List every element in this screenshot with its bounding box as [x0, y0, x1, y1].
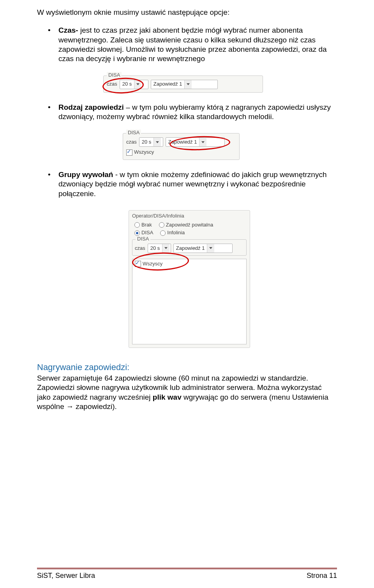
recording-paragraph: Serwer zapamiętuje 64 zapowiedzi słowne … [37, 374, 337, 411]
screenshot-2: DISA czas 20 s Zapowiedź 1 Wszyscy [123, 133, 240, 160]
czas-value-3: 20 s [148, 245, 162, 252]
bullet-rodzaj: Rodzaj zapowiedzi – w tym polu wybieramy… [37, 103, 337, 122]
wszyscy-label-2: Wszyscy [134, 149, 154, 156]
disa-legend-3: DISA [136, 236, 150, 242]
disa-row-2: czas 20 s Zapowiedź 1 [126, 137, 236, 147]
options-list: Czas- jest to czas przez jaki abonent bę… [37, 26, 337, 63]
screenshot-3-wrap: Operator/DISA/Infolinia Brak Zapowiedź p… [37, 210, 337, 348]
radio-disa-label: DISA [141, 230, 153, 236]
radio-row-1: Brak Zapowiedź powitalna [129, 221, 250, 229]
radio-icon [159, 222, 164, 228]
radio-zapowiedz-powitalna[interactable]: Zapowiedź powitalna [159, 222, 213, 228]
disa-legend-1: DISA [107, 72, 122, 79]
radio-icon [134, 230, 140, 236]
footer-rule [37, 568, 337, 569]
zapowiedz-value-2: Zapowiedź 1 [166, 139, 199, 146]
czas-combo-3[interactable]: 20 s [148, 244, 171, 253]
disa-legend-2: DISA [126, 130, 141, 136]
disa-row-1: czas 20 s Zapowiedź 1 [107, 80, 259, 89]
wszyscy-checkbox-row-3[interactable]: Wszyscy [135, 261, 162, 267]
recording-heading: Nagrywanie zapowiedzi: [37, 362, 337, 373]
footer: SiST, Serwer Libra Strona 11 [37, 571, 337, 580]
bullet-czas-text: jest to czas przez jaki abonent będzie m… [58, 26, 327, 63]
bullet-czas-lead: Czas- [58, 26, 78, 34]
footer-right: Strona 11 [307, 571, 337, 580]
bullet-rodzaj-lead: Rodzaj zapowiedzi [58, 103, 124, 111]
czas-combo-1[interactable]: 20 s [120, 80, 148, 89]
radio-brak-label: Brak [141, 222, 152, 228]
czas-combo-2[interactable]: 20 s [139, 137, 163, 147]
chevron-down-icon [153, 138, 161, 146]
chevron-down-icon [199, 138, 206, 146]
checkbox-icon [126, 149, 132, 156]
czas-value-1: 20 s [120, 81, 134, 88]
chevron-down-icon [134, 80, 141, 89]
wszyscy-checkbox-row-2[interactable]: Wszyscy [126, 149, 154, 156]
options-list-3: Grupy wywołań - w tym oknie możemy zdefi… [37, 170, 337, 198]
radio-brak[interactable]: Brak [134, 222, 152, 228]
zapowiedz-value-1: Zapowiedź 1 [151, 81, 185, 88]
groups-listbox[interactable]: Wszyscy [132, 259, 247, 344]
radio-icon [160, 230, 166, 236]
czas-label-3: czas [135, 245, 145, 252]
zapowiedz-combo-1[interactable]: Zapowiedź 1 [151, 80, 218, 89]
chevron-down-icon [162, 244, 169, 253]
radio-infolinia-label: Infolinia [167, 230, 185, 236]
czas-label-1: czas [107, 81, 117, 88]
zapowiedz-value-3: Zapowiedź 1 [174, 245, 207, 252]
disa-fieldset-3: DISA czas 20 s Zapowiedź 1 [132, 239, 247, 256]
screenshot-2-wrap: DISA czas 20 s Zapowiedź 1 Wszyscy [37, 133, 337, 160]
disa-fieldset-2: DISA czas 20 s Zapowiedź 1 Wszyscy [123, 133, 240, 160]
czas-value-2: 20 s [139, 139, 154, 146]
czas-label-2: czas [126, 139, 137, 146]
screenshot-1: DISA czas 20 s Zapowiedź 1 [103, 75, 263, 93]
bullet-grupy-lead: Grupy wywołań [58, 170, 113, 179]
intro-paragraph: W wyświetlonym oknie musimy ustawić nast… [37, 8, 337, 17]
bullet-grupy: Grupy wywołań - w tym oknie możemy zdefi… [37, 170, 337, 198]
footer-left: SiST, Serwer Libra [37, 571, 95, 580]
radio-disa[interactable]: DISA [134, 230, 153, 236]
operator-group-title: Operator/DISA/Infolinia [129, 211, 250, 221]
page: W wyświetlonym oknie musimy ustawić nast… [0, 0, 374, 588]
zapowiedz-combo-3[interactable]: Zapowiedź 1 [173, 244, 233, 253]
recording-bold: plik wav [153, 393, 182, 401]
disa-fieldset-1: DISA czas 20 s Zapowiedź 1 [103, 75, 263, 93]
chevron-down-icon [207, 244, 214, 253]
screenshot-3: Operator/DISA/Infolinia Brak Zapowiedź p… [129, 210, 250, 348]
zapowiedz-combo-2[interactable]: Zapowiedź 1 [166, 137, 225, 147]
disa-row-3: czas 20 s Zapowiedź 1 [135, 244, 244, 253]
chevron-down-icon [184, 80, 192, 89]
wszyscy-label-3: Wszyscy [143, 261, 162, 267]
radio-icon [134, 222, 140, 228]
bullet-czas: Czas- jest to czas przez jaki abonent bę… [37, 26, 337, 63]
radio-zap-powitalna-label: Zapowiedź powitalna [166, 222, 213, 228]
checkbox-icon [135, 261, 141, 267]
screenshot-1-wrap: DISA czas 20 s Zapowiedź 1 [37, 75, 337, 93]
radio-infolinia[interactable]: Infolinia [160, 230, 185, 236]
options-list-2: Rodzaj zapowiedzi – w tym polu wybieramy… [37, 103, 337, 122]
